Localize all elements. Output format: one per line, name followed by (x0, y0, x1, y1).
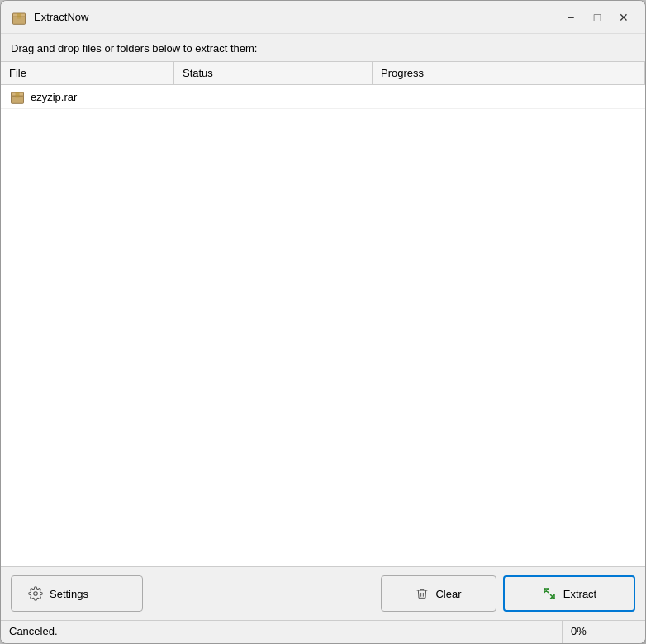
close-button[interactable]: ✕ (612, 8, 635, 26)
settings-button[interactable]: Settings (11, 575, 143, 612)
extract-label: Extract (563, 588, 596, 600)
clear-button[interactable]: Clear (381, 575, 496, 612)
app-icon (11, 9, 27, 26)
title-bar-controls: − □ ✕ (559, 8, 635, 26)
extract-button[interactable]: Extract (503, 575, 635, 612)
file-list-header: File Status Progress (1, 62, 645, 85)
gear-icon (28, 586, 43, 601)
svg-rect-7 (16, 95, 20, 97)
file-list-container: File Status Progress ezyzip.rar (1, 62, 645, 567)
column-header-progress: Progress (373, 62, 645, 84)
file-name-text: ezyzip.rar (31, 91, 77, 103)
minimize-button[interactable]: − (559, 8, 582, 26)
main-window: ExtractNow − □ ✕ Drag and drop files or … (0, 0, 646, 644)
status-message: Canceled. (1, 621, 563, 643)
table-row[interactable]: ezyzip.rar (1, 85, 645, 109)
column-header-file: File (1, 62, 174, 84)
drag-instruction: Drag and drop files or folders below to … (1, 34, 645, 62)
svg-rect-3 (17, 16, 21, 18)
title-bar: ExtractNow − □ ✕ (1, 1, 645, 34)
bottom-bar: Settings Clear Extract (1, 567, 645, 620)
maximize-button[interactable]: □ (586, 8, 609, 26)
file-list-body: ezyzip.rar (1, 85, 645, 566)
column-header-status: Status (174, 62, 373, 84)
window-title: ExtractNow (34, 11, 559, 23)
clear-label: Clear (435, 588, 461, 600)
settings-label: Settings (50, 588, 88, 600)
archive-file-icon (9, 88, 26, 105)
trash-icon (416, 587, 429, 600)
file-name-cell: ezyzip.rar (9, 88, 183, 105)
status-percent: 0% (563, 621, 645, 643)
status-bar: Canceled. 0% (1, 620, 645, 643)
extract-icon (542, 586, 557, 601)
